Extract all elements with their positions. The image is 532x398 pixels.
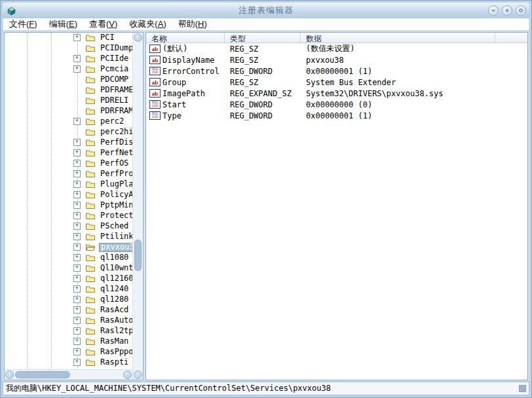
tree-item-PDRELI[interactable]: PDRELI [5,96,132,106]
expand-plus-icon[interactable] [73,348,81,355]
expand-plus-icon[interactable] [73,139,81,146]
vertical-scroll-thumb[interactable] [134,240,142,271]
expand-plus-icon[interactable] [73,285,81,293]
tree-item-Raspti[interactable]: Raspti [5,357,132,368]
registry-value-row[interactable]: ErrorControlREG_DWORD0x00000001 (1) [146,65,527,77]
scroll-left-button[interactable] [5,371,14,379]
tree-item-RasAcd[interactable]: RasAcd [5,305,132,316]
menu-item-label: 查看 [89,19,106,29]
tree-item-perc2[interactable]: perc2 [5,117,132,127]
resize-grip[interactable] [519,385,526,392]
tree-item-PerfProc[interactable]: PerfProc [5,169,132,179]
horizontal-scroll-thumb[interactable] [15,371,70,378]
value-type: REG_DWORD [225,67,301,76]
column-header-0[interactable]: 名称 [146,33,225,43]
value-data: (数值未设置) [301,43,527,54]
tree-item-PDFRAME[interactable]: PDFRAME [5,85,132,96]
tree-item-PCIIde[interactable]: PCIIde [5,54,132,64]
menu-item-2[interactable]: 查看(V) [83,18,123,31]
expand-plus-icon[interactable] [73,327,81,335]
tree-vertical-scrollbar[interactable] [132,33,143,380]
expand-plus-icon[interactable] [73,181,81,188]
expand-plus-icon[interactable] [73,275,81,282]
expand-plus-icon[interactable] [73,202,81,209]
expand-plus-icon[interactable] [73,65,81,73]
expand-plus-icon[interactable] [73,244,81,251]
tree-item-Ptilink[interactable]: Ptilink [5,232,132,242]
tree-item-ql1080[interactable]: ql1080 [5,253,132,263]
menu-item-mnemonic: A [158,19,164,29]
tree-item-PCIDump[interactable]: PCIDump [5,43,132,54]
expand-plus-icon[interactable] [73,317,81,324]
menubar: 文件(F)编辑(E)查看(V)收藏夹(A)帮助(H) [3,18,529,31]
scroll-down-button[interactable] [134,371,142,379]
registry-value-row[interactable]: TypeREG_DWORD0x00000001 (1) [146,110,527,121]
registry-value-row[interactable]: DisplayNameREG_SZpxvxou38 [146,54,527,65]
folder-icon [85,54,96,63]
expand-plus-icon[interactable] [73,160,81,167]
expand-plus-icon[interactable] [73,254,81,261]
tree-item-PolicyAgent[interactable]: PolicyAgent [5,190,132,200]
expand-plus-icon[interactable] [73,296,81,303]
tree-item-PptpMiniport[interactable]: PptpMiniport [5,200,132,211]
expand-plus-icon[interactable] [73,34,81,41]
registry-value-row[interactable]: StartREG_DWORD0x00000000 (0) [146,99,527,110]
tree-item-label: PDRELI [99,96,130,105]
tree-item-ql1240[interactable]: ql1240 [5,284,132,295]
menu-item-mnemonic: F [29,19,34,29]
scroll-right-button[interactable] [123,371,132,379]
column-header-1[interactable]: 类型 [225,33,301,43]
tree-item-pxvxou38[interactable]: pxvxou38 [5,242,132,253]
tree-item-Ql10wnt[interactable]: Ql10wnt [5,263,132,274]
tree-item-perc2hib[interactable]: perc2hib [5,127,132,137]
tree-item-Pcmcia[interactable]: Pcmcia [5,64,132,75]
tree-horizontal-scrollbar[interactable] [5,369,132,380]
tree-item-ql1280[interactable]: ql1280 [5,295,132,305]
registry-value-row[interactable]: ImagePathREG_EXPAND_SZSystem32\DRIVERS\p… [146,88,527,99]
menu-item-1[interactable]: 编辑(E) [43,18,83,31]
tree-item-RasPppoe[interactable]: RasPppoe [5,347,132,357]
registry-value-row[interactable]: (默认)REG_SZ(数值未设置) [146,43,527,54]
maximize-button[interactable] [502,5,512,16]
tree-item-ql12160[interactable]: ql12160 [5,274,132,284]
value-type: REG_EXPAND_SZ [225,89,301,98]
tree-item-RasAuto[interactable]: RasAuto [5,316,132,326]
tree-item-PerfNet[interactable]: PerfNet [5,148,132,158]
tree-item-PlugPlay[interactable]: PlugPlay [5,179,132,190]
expand-plus-icon[interactable] [73,338,81,345]
scroll-up-button[interactable] [134,33,142,42]
registry-value-row[interactable]: GroupREG_SZSystem Bus Extender [146,77,527,88]
tree-item-PSched[interactable]: PSched [5,221,132,232]
expand-plus-icon[interactable] [73,212,81,219]
expand-plus-icon[interactable] [73,233,81,240]
column-header-2[interactable]: 数据 [301,33,495,43]
expand-plus-icon[interactable] [73,170,81,177]
expand-plus-icon[interactable] [73,55,81,62]
menu-item-3[interactable]: 收藏夹(A) [123,18,172,31]
expand-plus-icon[interactable] [73,264,81,272]
titlebar[interactable]: 注册表编辑器 [3,3,529,18]
value-type: REG_SZ [225,45,301,54]
folder-icon [85,222,96,230]
tree-item-PDCOMP[interactable]: PDCOMP [5,75,132,85]
tree-item-ProtectedStorage[interactable]: ProtectedStorage [5,211,132,221]
open-folder-icon [85,243,96,251]
tree-item-PerfDisk[interactable]: PerfDisk [5,137,132,148]
tree-item-RasMan[interactable]: RasMan [5,336,132,347]
string-value-icon [149,45,161,53]
expand-plus-icon[interactable] [73,149,81,156]
close-button[interactable] [516,5,526,16]
minimize-button[interactable] [488,5,499,16]
expand-plus-icon[interactable] [73,306,81,314]
tree-item-PCI[interactable]: PCI [5,33,132,43]
tree-item-label: ql12160 [99,274,132,283]
tree-item-PDRFRAME[interactable]: PDRFRAME [5,106,132,117]
expand-plus-icon[interactable] [73,118,81,125]
expand-plus-icon[interactable] [73,191,81,198]
tree-item-Rasl2tp[interactable]: Rasl2tp [5,326,132,336]
menu-item-0[interactable]: 文件(F) [3,18,43,31]
expand-plus-icon[interactable] [73,359,81,366]
tree-item-PerfOS[interactable]: PerfOS [5,158,132,169]
expand-plus-icon[interactable] [73,223,81,230]
menu-item-4[interactable]: 帮助(H) [172,18,213,31]
